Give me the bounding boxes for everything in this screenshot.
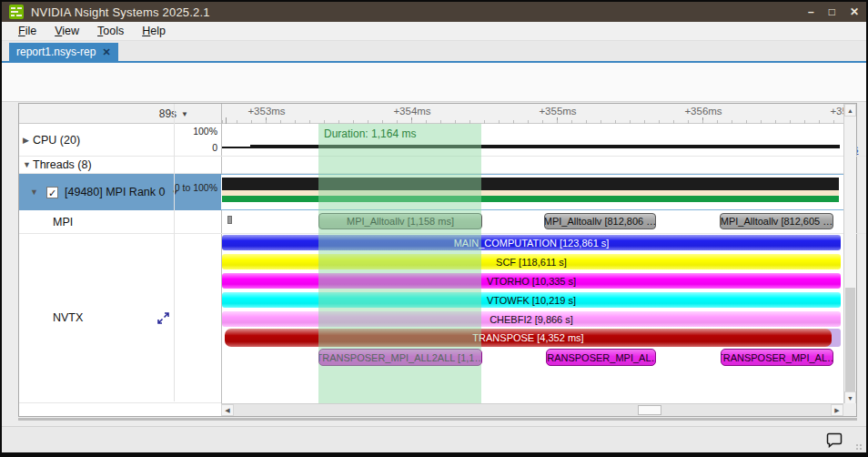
timeline-panel: 89s ▼ +353ms +354ms +355ms +356ms +357ms…: [18, 103, 857, 417]
nsight-systems-window: NVIDIA Nsight Systems 2025.2.1 – □ ✕ Fil…: [0, 0, 868, 457]
tree-row-nvtx[interactable]: NVTX: [53, 233, 83, 402]
tick-label: +357ms: [812, 106, 843, 117]
selection-duration-label: Duration: 1,164 ms: [324, 127, 416, 140]
toolbar: Timeline View ▼ Options... ⇄: [2, 63, 866, 102]
nvtx-bar-label: VTORHO [10,335 s]: [487, 276, 576, 287]
minimize-button[interactable]: –: [808, 2, 814, 22]
thread-timeline-row[interactable]: [221, 174, 843, 210]
nvtx-range-vtorho[interactable]: VTORHO [10,335 s]: [222, 273, 841, 289]
time-range-selector[interactable]: 89s ▼: [19, 104, 221, 124]
cpu-scale-min: 0: [174, 142, 217, 153]
nvtx-bar-label: VTOWFK [10,219 s]: [487, 295, 576, 306]
app-logo-icon: [9, 5, 24, 19]
menu-file[interactable]: File: [9, 22, 45, 41]
vertical-scrollbar[interactable]: ▲ ▼: [843, 104, 856, 404]
collapse-arrow-icon[interactable]: ▼: [23, 160, 33, 169]
horizontal-scrollbar[interactable]: ◀ ▶: [221, 403, 843, 416]
tree-row-mpi-rank-selected[interactable]: ▼ ✓ [49480] MPI Rank 0 ▼ 0 to 100%: [19, 174, 221, 210]
tree-row-mpi[interactable]: MPI: [53, 210, 73, 233]
cpu-utilization-line-thick: [250, 145, 840, 148]
nvtx-bar-label: SCF [118,611 s]: [496, 257, 567, 268]
cpu-row-label: CPU (20): [33, 134, 80, 147]
nvtx-range-transpose[interactable]: TRANSPOSE [4,352 ms]: [225, 329, 832, 347]
tab-label: report1.nsys-rep: [16, 46, 96, 58]
nvtx-range-vtowfk[interactable]: VTOWFK [10,219 s]: [222, 292, 841, 308]
feedback-bubble-icon[interactable]: [826, 432, 843, 448]
scroll-up-arrow[interactable]: ▲: [844, 104, 856, 117]
nvtx-bar-label: MAIN_COMPUTATION [123,861 s]: [454, 238, 610, 249]
tick-label: +356ms: [667, 106, 740, 117]
title-bar[interactable]: NVIDIA Nsight Systems 2025.2.1 – □ ✕: [2, 2, 866, 22]
mpi-bar-label: MPI_Alltoallv [812,806 …: [544, 216, 656, 227]
column-separator: [174, 104, 175, 401]
nvtx-range-transposer[interactable]: TRANSPOSER_MPI_AL…: [721, 349, 833, 366]
rank-scale-label: 0 to 100%: [172, 182, 217, 193]
tab-bar: report1.nsys-rep ✕: [2, 41, 866, 63]
mpi-bar-label: MPI_Alltoallv [1,158 ms]: [347, 216, 454, 227]
menu-help[interactable]: Help: [133, 22, 175, 41]
panel-bottom-edge: [18, 418, 857, 421]
cpu-scale-max: 100%: [174, 126, 217, 137]
menu-bar: File View Tools Help: [2, 22, 866, 41]
nvtx-range-transposer[interactable]: TRANSPOSER_MPI_ALL2ALL [1,1…: [318, 349, 482, 366]
mpi-alltoallv-bar[interactable]: MPI_Alltoallv [812,605 …: [720, 213, 833, 229]
rank-row-label: [49480] MPI Rank 0: [65, 186, 165, 198]
nvtx-range-transposer[interactable]: TRANSPOSER_MPI_AL…: [546, 349, 656, 366]
nvtx-bar-label: TRANSPOSER_MPI_AL…: [721, 352, 833, 363]
nvtx-range-main-computation[interactable]: MAIN_COMPUTATION [123,861 s]: [222, 235, 841, 250]
nvtx-range-scf[interactable]: SCF [118,611 s]: [222, 254, 841, 269]
expand-rows-icon[interactable]: [157, 312, 169, 324]
resize-grip[interactable]: [855, 443, 863, 451]
maximize-button[interactable]: □: [829, 2, 835, 22]
tick-label: +355ms: [521, 106, 594, 117]
tick-label: +354ms: [376, 106, 449, 117]
thread-state-bar-black: [222, 178, 839, 190]
thread-state-bar-green: [222, 196, 839, 202]
scrollbar-corner: [843, 403, 856, 416]
mpi-alltoallv-bar[interactable]: MPI_Alltoallv [1,158 ms]: [318, 213, 482, 229]
window-title: NVIDIA Nsight Systems 2025.2.1: [31, 5, 210, 19]
tick-label: +353ms: [230, 106, 303, 117]
expand-arrow-icon[interactable]: ▶: [23, 136, 33, 145]
chevron-down-icon: ▼: [181, 110, 188, 118]
status-bar: [2, 426, 866, 454]
nvtx-row-label: NVTX: [53, 311, 83, 324]
horizontal-scroll-thumb[interactable]: [638, 405, 661, 415]
ruler-ticks-area: +353ms +354ms +355ms +356ms +357ms: [221, 104, 843, 124]
scroll-left-arrow[interactable]: ◀: [221, 404, 234, 416]
vertical-scroll-thumb[interactable]: [845, 288, 855, 391]
nvtx-bar-label: CHEBFI2 [9,866 s]: [490, 314, 573, 325]
mpi-event-marker[interactable]: [227, 216, 232, 224]
scroll-right-arrow[interactable]: ▶: [831, 404, 843, 416]
close-button[interactable]: ✕: [850, 2, 859, 22]
nvtx-bar-label: TRANSPOSE [4,352 ms]: [472, 332, 583, 343]
menu-view[interactable]: View: [45, 22, 88, 41]
mpi-alltoallv-bar[interactable]: MPI_Alltoallv [812,806 …: [544, 213, 656, 229]
rank-checkbox[interactable]: ✓: [46, 187, 58, 198]
tree-row-threads[interactable]: ▼ Threads (8): [23, 156, 219, 174]
tab-close-icon[interactable]: ✕: [102, 46, 110, 58]
nvtx-range-chebfi2[interactable]: CHEBFI2 [9,866 s]: [222, 311, 841, 327]
nvtx-bar-label: TRANSPOSER_MPI_ALL2ALL [1,1…: [318, 352, 482, 363]
minor-ticks: [221, 120, 843, 124]
mpi-bar-label: MPI_Alltoallv [812,605 …: [721, 216, 833, 227]
collapse-arrow-icon[interactable]: ▼: [30, 188, 40, 197]
timeline-ruler[interactable]: 89s ▼ +353ms +354ms +355ms +356ms +357ms: [19, 104, 856, 124]
scroll-down-arrow[interactable]: ▼: [844, 391, 856, 404]
nvtx-bar-label: TRANSPOSER_MPI_AL…: [546, 352, 656, 363]
threads-row-label: Threads (8): [33, 158, 92, 171]
tab-report1[interactable]: report1.nsys-rep ✕: [9, 43, 118, 61]
menu-tools[interactable]: Tools: [88, 22, 133, 41]
mpi-row-label: MPI: [53, 216, 73, 228]
